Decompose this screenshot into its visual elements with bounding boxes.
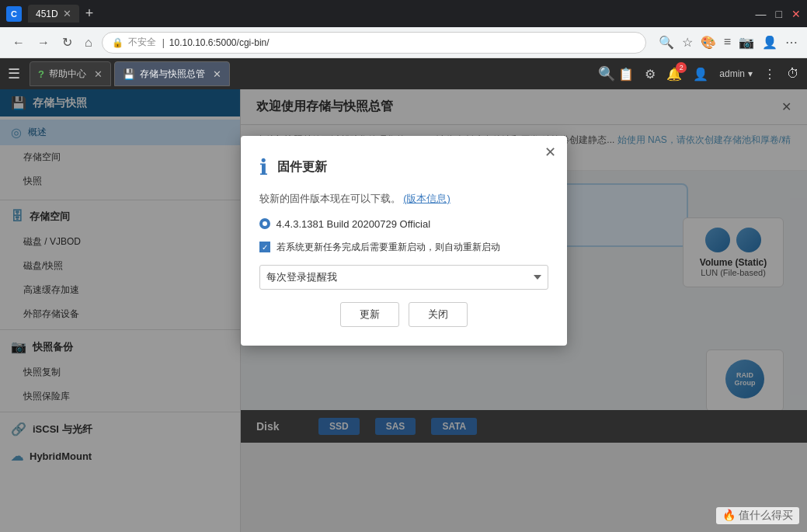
active-tab[interactable]: 451D ✕	[28, 5, 79, 23]
avatar-icon[interactable]: 👤	[762, 35, 777, 50]
modal-info-icon: ℹ	[259, 155, 268, 180]
reload-btn[interactable]: ↻	[59, 32, 75, 53]
admin-dropdown-arrow: ▾	[748, 68, 753, 79]
home-btn[interactable]: ⌂	[82, 33, 96, 53]
address-bar: ← → ↻ ⌂ 🔒 不安全 | 10.10.10.6:5000/cgi-bin/…	[0, 27, 807, 58]
update-btn[interactable]: 更新	[340, 302, 399, 327]
modal-overlay: ✕ ℹ 固件更新 较新的固件版本现在可以下载。 (版本信息) 4.4.3.138…	[0, 89, 807, 532]
storage-tab-icon: 💾	[123, 68, 135, 80]
checkbox-label: 若系统更新任务完成后需要重新启动，则自动重新启动	[277, 241, 500, 254]
storage-tab-close[interactable]: ✕	[213, 68, 221, 80]
close-btn[interactable]: ✕	[791, 8, 801, 20]
clipboard-icon[interactable]: 📋	[618, 67, 634, 82]
tab-close-btn[interactable]: ✕	[63, 8, 71, 19]
settings-icon[interactable]: ⚙	[645, 67, 656, 82]
menu-icon[interactable]: ⋯	[785, 35, 798, 50]
admin-name: admin	[719, 68, 745, 79]
firmware-radio-option: 4.4.3.1381 Build 20200729 Official	[259, 218, 548, 230]
tab-title: 451D	[36, 9, 58, 19]
forward-btn[interactable]: →	[34, 33, 53, 53]
storage-tab-label: 存储与快照总管	[140, 68, 205, 81]
checkmark-icon: ✓	[262, 243, 268, 252]
screenshot-icon[interactable]: 📷	[739, 35, 754, 50]
modal-header: ℹ 固件更新	[259, 155, 548, 180]
maximize-btn[interactable]: □	[776, 8, 782, 20]
firmware-modal: ✕ ℹ 固件更新 较新的固件版本现在可以下载。 (版本信息) 4.4.3.138…	[241, 136, 567, 346]
title-bar: C 451D ✕ + — □ ✕	[0, 0, 807, 27]
firmware-version-text: 4.4.3.1381 Build 20200729 Official	[277, 218, 431, 230]
global-search-icon[interactable]: 🔍	[598, 65, 615, 82]
radio-btn[interactable]	[259, 218, 270, 229]
browser-icon: C	[6, 6, 22, 22]
watermark-icon: 🔥	[722, 509, 736, 521]
back-btn[interactable]: ←	[9, 33, 28, 53]
bookmark-icon[interactable]: ☆	[682, 35, 693, 50]
help-tab-label: 帮助中心	[49, 68, 86, 81]
address-input[interactable]: 🔒 不安全 | 10.10.10.6:5000/cgi-bin/	[102, 32, 646, 54]
help-tab-icon: ?	[38, 68, 44, 80]
app-tabbar: ☰ ? 帮助中心 ✕ 💾 存储与快照总管 ✕ 🔍 📋 ⚙ 🔔 2 👤 admin…	[0, 58, 807, 89]
modal-close-btn[interactable]: ✕	[544, 144, 556, 161]
help-tab-close[interactable]: ✕	[94, 68, 103, 80]
new-tab-btn[interactable]: +	[85, 5, 94, 22]
auto-restart-checkbox[interactable]: ✓ 若系统更新任务完成后需要重新启动，则自动重新启动	[259, 241, 548, 254]
modal-link[interactable]: (版本信息)	[403, 193, 450, 204]
notification-bell[interactable]: 🔔 2	[666, 67, 682, 82]
notification-count: 2	[676, 62, 687, 73]
search-icon[interactable]: 🔍	[659, 35, 674, 50]
speed-icon[interactable]: ⏱	[787, 67, 799, 81]
minimize-btn[interactable]: —	[756, 8, 767, 20]
modal-body: 较新的固件版本现在可以下载。 (版本信息)	[259, 191, 548, 207]
title-bar-controls: — □ ✕	[756, 8, 801, 20]
separator: |	[162, 37, 165, 48]
tab-storage[interactable]: 💾 存储与快照总管 ✕	[114, 61, 230, 86]
watermark-text: 值什么得买	[739, 509, 793, 521]
modal-info-text: 较新的固件版本现在可以下载。	[259, 193, 401, 204]
modal-buttons: 更新 关闭	[259, 302, 548, 327]
tab-container: 451D ✕ +	[28, 0, 750, 27]
watermark: 🔥 值什么得买	[716, 507, 799, 524]
extension-icon1[interactable]: 🎨	[701, 35, 716, 50]
modal-title: 固件更新	[277, 159, 327, 176]
checkbox-input[interactable]: ✓	[259, 242, 270, 252]
extension-icon2[interactable]: ≡	[724, 35, 731, 50]
address-text: 10.10.10.6:5000/cgi-bin/	[169, 37, 270, 48]
more-options-icon[interactable]: ⋮	[764, 67, 776, 82]
lock-icon: 🔒	[112, 37, 123, 48]
admin-menu[interactable]: admin ▾	[719, 68, 753, 79]
browser-frame: C 451D ✕ + — □ ✕ ← → ↻ ⌂ 🔒 不安全 | 10.10.1…	[0, 0, 807, 532]
browser-toolbar: 🔍 ☆ 🎨 ≡ 📷 👤 ⋯	[659, 35, 798, 50]
user-icon[interactable]: 👤	[693, 67, 708, 82]
hamburger-menu[interactable]: ☰	[8, 65, 20, 82]
reminder-dropdown[interactable]: 每次登录提醒我 不再提醒	[259, 265, 548, 290]
tab-help-center[interactable]: ? 帮助中心 ✕	[30, 61, 111, 86]
insecure-label: 不安全	[128, 36, 156, 49]
close-modal-btn[interactable]: 关闭	[409, 302, 468, 327]
app-toolbar-right: 📋 ⚙ 🔔 2 👤 admin ▾ ⋮ ⏱	[618, 67, 799, 82]
main-content: ? HelpCenter 存储与快照总管 💾 存储与快照 ◎ 概述	[0, 89, 807, 532]
